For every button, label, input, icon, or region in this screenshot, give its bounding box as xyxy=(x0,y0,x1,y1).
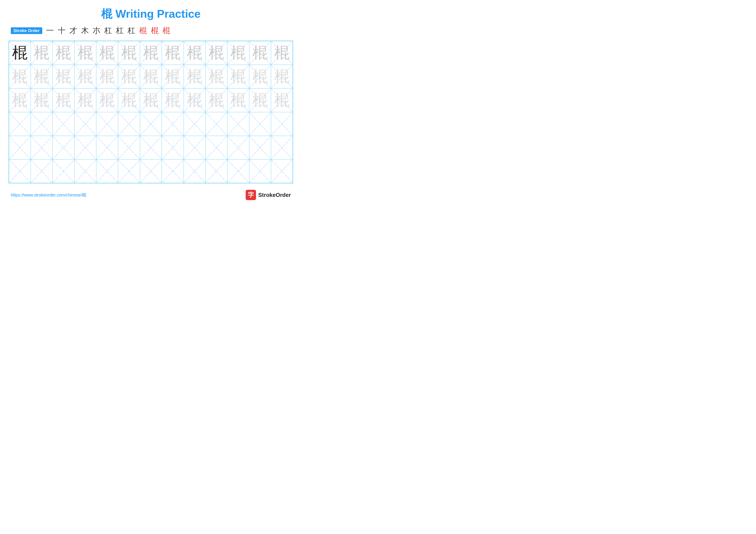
stroke-step-7: 杠 xyxy=(116,25,124,36)
grid-cell[interactable]: 棍 xyxy=(53,136,74,159)
stroke-step-8: 杠 xyxy=(127,25,135,36)
grid-cell[interactable]: 棍 xyxy=(96,41,118,64)
stroke-step-4: 木 xyxy=(81,25,89,36)
grid-cell[interactable]: 棍 xyxy=(96,136,118,159)
grid-cell[interactable]: 棍 xyxy=(162,112,184,136)
grid-cell[interactable]: 棍 xyxy=(184,41,205,64)
grid-cell[interactable]: 棍 xyxy=(184,64,205,88)
grid-cell[interactable]: 棍 xyxy=(31,112,52,136)
grid-cell[interactable]: 棍 xyxy=(249,112,271,136)
grid-cell[interactable]: 棍 xyxy=(31,136,52,159)
grid-cell[interactable]: 棍 xyxy=(96,64,118,88)
grid-cell[interactable]: 棍 xyxy=(249,41,271,64)
grid-cell[interactable]: 棍 xyxy=(96,88,118,112)
grid-cell[interactable]: 棍 xyxy=(162,64,184,88)
grid-cell[interactable]: 棍 xyxy=(9,88,31,112)
grid-cell[interactable]: 棍 xyxy=(9,41,31,64)
table-row: 棍 棍 棍 棍 棍 棍 棍 棍 棍 棍 棍 棍 棍 xyxy=(9,159,293,183)
grid-cell[interactable]: 棍 xyxy=(205,112,227,136)
grid-cell[interactable]: 棍 xyxy=(9,159,31,183)
grid-cell[interactable]: 棍 xyxy=(140,88,162,112)
grid-cell[interactable]: 棍 xyxy=(249,159,271,183)
grid-cell[interactable]: 棍 xyxy=(118,88,140,112)
grid-cell[interactable]: 棍 xyxy=(271,88,293,112)
table-row: 棍 棍 棍 棍 棍 棍 棍 棍 棍 棍 棍 棍 棍 xyxy=(9,112,293,136)
grid-cell[interactable]: 棍 xyxy=(140,64,162,88)
grid-cell[interactable]: 棍 xyxy=(205,64,227,88)
grid-cell[interactable]: 棍 xyxy=(184,136,205,159)
grid-cell[interactable]: 棍 xyxy=(162,41,184,64)
grid-cell[interactable]: 棍 xyxy=(140,136,162,159)
grid-cell[interactable]: 棍 xyxy=(31,159,52,183)
grid-cell[interactable]: 棍 xyxy=(74,112,96,136)
grid-cell[interactable]: 棍 xyxy=(74,64,96,88)
grid-cell[interactable]: 棍 xyxy=(118,159,140,183)
grid-cell[interactable]: 棍 xyxy=(118,64,140,88)
grid-cell[interactable]: 棍 xyxy=(184,159,205,183)
grid-cell[interactable]: 棍 xyxy=(228,159,249,183)
grid-cell[interactable]: 棍 xyxy=(74,136,96,159)
grid-cell[interactable]: 棍 xyxy=(205,41,227,64)
grid-cell[interactable]: 棍 xyxy=(184,112,205,136)
stroke-step-1: 一 xyxy=(46,25,54,36)
grid-cell[interactable]: 棍 xyxy=(162,136,184,159)
stroke-step-6: 杠 xyxy=(104,25,112,36)
footer-brand: 字 StrokeOrder xyxy=(246,190,291,200)
grid-cell[interactable]: 棍 xyxy=(118,41,140,64)
grid-cell[interactable]: 棍 xyxy=(162,88,184,112)
table-row: 棍 棍 棍 棍 棍 棍 棍 棍 棍 棍 棍 棍 棍 xyxy=(9,136,293,159)
grid-cell[interactable]: 棍 xyxy=(228,88,249,112)
grid-cell[interactable]: 棍 xyxy=(228,41,249,64)
grid-cell[interactable]: 棍 xyxy=(96,159,118,183)
grid-cell[interactable]: 棍 xyxy=(228,64,249,88)
grid-cell[interactable]: 棍 xyxy=(31,64,52,88)
grid-cell[interactable]: 棍 xyxy=(162,159,184,183)
grid-cell[interactable]: 棍 xyxy=(9,64,31,88)
grid-cell[interactable]: 棍 xyxy=(74,88,96,112)
table-row: 棍 棍 棍 棍 棍 棍 棍 棍 棍 棍 棍 棍 棍 xyxy=(9,41,293,64)
stroke-step-3: 才 xyxy=(69,25,77,36)
stroke-order-row: Stroke Order 一 十 才 木 朩 杠 杠 杠 棍 棍 棍 xyxy=(9,25,293,36)
grid-cell[interactable]: 棍 xyxy=(271,159,293,183)
stroke-order-badge: Stroke Order xyxy=(11,27,42,34)
grid-cell[interactable]: 棍 xyxy=(74,41,96,64)
grid-cell[interactable]: 棍 xyxy=(9,136,31,159)
grid-cell[interactable]: 棍 xyxy=(74,159,96,183)
grid-cell[interactable]: 棍 xyxy=(249,64,271,88)
stroke-step-10: 棍 xyxy=(151,25,159,36)
page-title: 棍 Writing Practice xyxy=(9,7,293,21)
grid-cell[interactable]: 棍 xyxy=(249,88,271,112)
grid-cell[interactable]: 棍 xyxy=(31,41,52,64)
grid-cell[interactable]: 棍 xyxy=(140,159,162,183)
grid-cell[interactable]: 棍 xyxy=(53,159,74,183)
grid-cell[interactable]: 棍 xyxy=(53,41,74,64)
grid-cell[interactable]: 棍 xyxy=(53,88,74,112)
table-row: 棍 棍 棍 棍 棍 棍 棍 棍 棍 棍 棍 棍 棍 xyxy=(9,88,293,112)
grid-cell[interactable]: 棍 xyxy=(271,112,293,136)
grid-cell[interactable]: 棍 xyxy=(271,136,293,159)
grid-cell[interactable]: 棍 xyxy=(9,112,31,136)
grid-cell[interactable]: 棍 xyxy=(184,88,205,112)
practice-grid: 棍 棍 棍 棍 棍 棍 棍 棍 棍 棍 棍 棍 棍 棍 棍 棍 棍 棍 棍 棍 … xyxy=(9,41,293,183)
grid-cell[interactable]: 棍 xyxy=(140,112,162,136)
footer: https://www.strokeorder.com/chinese/棍 字 … xyxy=(9,190,293,200)
grid-cell[interactable]: 棍 xyxy=(205,136,227,159)
grid-cell[interactable]: 棍 xyxy=(31,88,52,112)
grid-cell[interactable]: 棍 xyxy=(205,88,227,112)
grid-cell[interactable]: 棍 xyxy=(271,64,293,88)
grid-cell[interactable]: 棍 xyxy=(53,112,74,136)
grid-cell[interactable]: 棍 xyxy=(228,112,249,136)
grid-cell[interactable]: 棍 xyxy=(205,159,227,183)
grid-cell[interactable]: 棍 xyxy=(118,136,140,159)
grid-cell[interactable]: 棍 xyxy=(140,41,162,64)
grid-cell[interactable]: 棍 xyxy=(271,41,293,64)
grid-cell[interactable]: 棍 xyxy=(118,112,140,136)
grid-cell[interactable]: 棍 xyxy=(249,136,271,159)
table-row: 棍 棍 棍 棍 棍 棍 棍 棍 棍 棍 棍 棍 棍 xyxy=(9,64,293,88)
grid-cell[interactable]: 棍 xyxy=(228,136,249,159)
stroke-step-9: 棍 xyxy=(139,25,147,36)
stroke-step-2: 十 xyxy=(58,25,66,36)
grid-cell[interactable]: 棍 xyxy=(53,64,74,88)
stroke-step-11: 棍 xyxy=(162,25,170,36)
grid-cell[interactable]: 棍 xyxy=(96,112,118,136)
